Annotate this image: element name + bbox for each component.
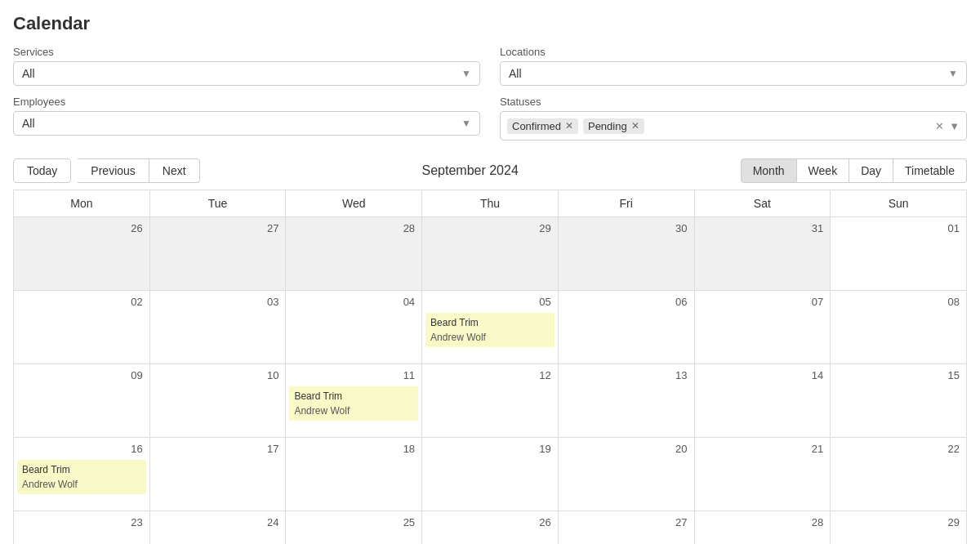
calendar-week-3: 16Beard TrimAndrew Wolf171819202122 bbox=[14, 438, 967, 511]
day-number: 23 bbox=[17, 515, 146, 530]
day-number: 28 bbox=[698, 515, 827, 530]
calendar-day-29[interactable]: 29 bbox=[422, 217, 559, 291]
view-week-button[interactable]: Week bbox=[797, 158, 850, 183]
calendar-day-27[interactable]: 27 bbox=[149, 217, 286, 291]
calendar-event[interactable]: Beard TrimAndrew Wolf bbox=[17, 460, 146, 494]
day-number: 16 bbox=[17, 441, 146, 457]
calendar-day-15[interactable]: 15 bbox=[831, 364, 967, 438]
calendar-day-05[interactable]: 05Beard TrimAndrew Wolf bbox=[422, 291, 559, 364]
calendar-day-18[interactable]: 18 bbox=[286, 438, 422, 511]
day-number: 26 bbox=[17, 221, 146, 236]
page-container: Calendar Services All ▼ Locations All ▼ … bbox=[0, 0, 980, 544]
event-subtitle: Andrew Wolf bbox=[294, 404, 413, 418]
statuses-label: Statuses bbox=[500, 96, 967, 108]
calendar-day-09[interactable]: 09 bbox=[14, 364, 150, 438]
calendar-event[interactable]: Beard TrimAndrew Wolf bbox=[289, 386, 418, 421]
calendar-day-02[interactable]: 02 bbox=[14, 291, 150, 364]
day-number: 18 bbox=[289, 441, 418, 457]
day-number: 11 bbox=[289, 368, 418, 383]
event-title: Beard Trim bbox=[430, 315, 550, 330]
locations-label: Locations bbox=[500, 46, 967, 58]
view-day-button[interactable]: Day bbox=[849, 158, 893, 183]
day-number: 08 bbox=[834, 294, 963, 310]
calendar-day-24[interactable]: 24 bbox=[149, 511, 286, 545]
day-number: 30 bbox=[562, 221, 691, 236]
calendar-day-06[interactable]: 06 bbox=[558, 291, 694, 364]
statuses-clear-icon[interactable]: ✕ bbox=[935, 120, 944, 132]
calendar-day-25[interactable]: 25 bbox=[286, 511, 422, 545]
day-number: 20 bbox=[562, 441, 691, 457]
calendar-day-11[interactable]: 11Beard TrimAndrew Wolf bbox=[286, 364, 422, 438]
calendar-week-2: 091011Beard TrimAndrew Wolf12131415 bbox=[14, 364, 967, 438]
previous-button[interactable]: Previous bbox=[78, 158, 149, 183]
statuses-chevron-icon[interactable]: ▼ bbox=[949, 120, 960, 132]
calendar-day-30[interactable]: 30 bbox=[558, 217, 694, 291]
employees-chevron-icon: ▼ bbox=[461, 118, 471, 129]
day-number: 14 bbox=[698, 368, 827, 383]
calendar-day-16[interactable]: 16Beard TrimAndrew Wolf bbox=[14, 438, 150, 511]
calendar-day-22[interactable]: 22 bbox=[831, 438, 967, 511]
calendar-day-19[interactable]: 19 bbox=[422, 438, 559, 511]
view-timetable-button[interactable]: Timetable bbox=[893, 158, 967, 183]
calendar-event[interactable]: Beard TrimAndrew Wolf bbox=[425, 313, 555, 347]
calendar-day-27[interactable]: 27 bbox=[558, 511, 694, 545]
day-number: 13 bbox=[562, 368, 691, 383]
calendar-dow-mon: Mon bbox=[14, 190, 150, 217]
filters-grid: Services All ▼ Locations All ▼ Employees… bbox=[13, 46, 967, 140]
today-button[interactable]: Today bbox=[13, 158, 71, 183]
day-number: 05 bbox=[425, 294, 555, 310]
calendar-day-28[interactable]: 28 bbox=[694, 511, 831, 545]
next-button[interactable]: Next bbox=[149, 158, 200, 183]
calendar-day-10[interactable]: 10 bbox=[149, 364, 286, 438]
calendar-toolbar: Today Previous Next September 2024 Month… bbox=[13, 152, 967, 190]
calendar-day-28[interactable]: 28 bbox=[286, 217, 422, 291]
day-number: 17 bbox=[154, 441, 283, 457]
day-number: 24 bbox=[154, 515, 283, 530]
day-number: 01 bbox=[834, 221, 963, 236]
calendar-day-14[interactable]: 14 bbox=[694, 364, 831, 438]
event-subtitle: Andrew Wolf bbox=[22, 477, 141, 492]
locations-select[interactable]: All ▼ bbox=[500, 61, 967, 86]
day-number: 26 bbox=[425, 515, 555, 530]
day-number: 28 bbox=[289, 221, 418, 236]
calendar-dow-thu: Thu bbox=[422, 190, 559, 217]
services-label: Services bbox=[13, 46, 480, 58]
status-pending-remove[interactable]: ✕ bbox=[631, 120, 639, 132]
calendar-day-23[interactable]: 23 bbox=[14, 511, 150, 545]
services-value: All bbox=[22, 67, 461, 80]
employees-value: All bbox=[22, 117, 461, 130]
calendar-day-17[interactable]: 17 bbox=[149, 438, 286, 511]
services-select[interactable]: All ▼ bbox=[13, 61, 480, 86]
statuses-select[interactable]: Confirmed ✕ Pending ✕ ✕ ▼ bbox=[500, 111, 967, 140]
calendar-grid: MonTueWedThuFriSatSun 262728293031010203… bbox=[13, 190, 967, 544]
calendar-day-07[interactable]: 07 bbox=[694, 291, 831, 364]
calendar-day-31[interactable]: 31 bbox=[694, 217, 831, 291]
employees-select[interactable]: All ▼ bbox=[13, 111, 480, 136]
calendar-day-21[interactable]: 21 bbox=[694, 438, 831, 511]
calendar-day-04[interactable]: 04 bbox=[286, 291, 422, 364]
services-filter: Services All ▼ bbox=[13, 46, 480, 86]
calendar-day-20[interactable]: 20 bbox=[558, 438, 694, 511]
calendar-day-12[interactable]: 12 bbox=[422, 364, 559, 438]
calendar-dow-wed: Wed bbox=[286, 190, 422, 217]
day-number: 02 bbox=[17, 294, 146, 310]
calendar-dow-sat: Sat bbox=[694, 190, 831, 217]
statuses-actions: ✕ ▼ bbox=[935, 120, 960, 132]
calendar-dow-fri: Fri bbox=[558, 190, 694, 217]
status-confirmed-remove[interactable]: ✕ bbox=[565, 120, 573, 132]
view-month-button[interactable]: Month bbox=[741, 158, 797, 183]
calendar-week-1: 02030405Beard TrimAndrew Wolf060708 bbox=[14, 291, 967, 364]
statuses-filter: Statuses Confirmed ✕ Pending ✕ ✕ ▼ bbox=[500, 96, 967, 140]
calendar-day-29[interactable]: 29 bbox=[831, 511, 967, 545]
calendar-dow-sun: Sun bbox=[831, 190, 967, 217]
day-number: 07 bbox=[698, 294, 827, 310]
status-confirmed-text: Confirmed bbox=[512, 120, 561, 132]
calendar-day-03[interactable]: 03 bbox=[149, 291, 286, 364]
calendar-day-08[interactable]: 08 bbox=[831, 291, 967, 364]
locations-value: All bbox=[509, 67, 948, 80]
calendar-day-26[interactable]: 26 bbox=[14, 217, 150, 291]
day-number: 12 bbox=[425, 368, 555, 383]
calendar-day-01[interactable]: 01 bbox=[831, 217, 967, 291]
calendar-day-13[interactable]: 13 bbox=[558, 364, 694, 438]
calendar-day-26[interactable]: 26 bbox=[422, 511, 559, 545]
